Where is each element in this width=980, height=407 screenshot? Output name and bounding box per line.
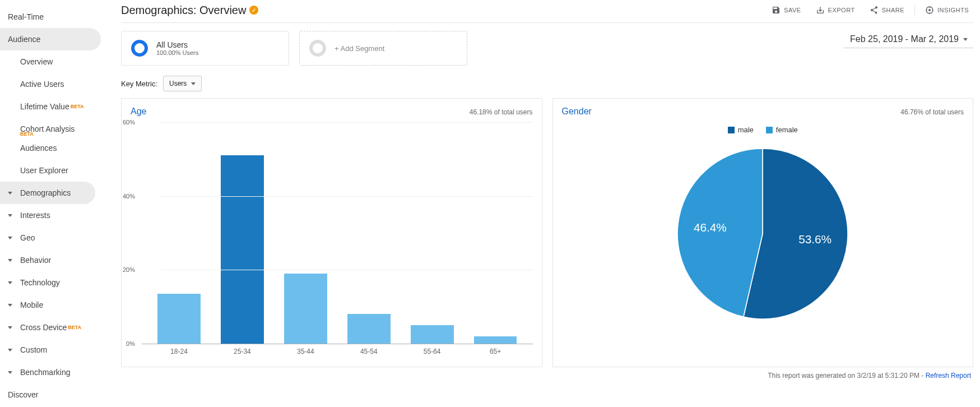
sidebar-item-audiences[interactable]: Audiences bbox=[0, 137, 112, 159]
bar-35-44[interactable] bbox=[284, 274, 327, 344]
y-tick-label: 20% bbox=[123, 266, 135, 273]
segment-all-users[interactable]: All Users 100.00% Users bbox=[121, 31, 289, 66]
caret-down-icon bbox=[8, 281, 12, 284]
sidebar-item-label: Custom bbox=[20, 345, 47, 354]
sidebar-item-cross-device[interactable]: Cross DeviceBETA bbox=[0, 316, 112, 339]
legend-female[interactable]: female bbox=[766, 126, 798, 134]
segment-donut-icon bbox=[131, 39, 148, 57]
sidebar-item-label: Technology bbox=[20, 278, 60, 287]
share-button[interactable]: SHARE bbox=[865, 3, 909, 17]
action-label: INSIGHTS bbox=[937, 7, 969, 13]
age-panel-subtitle: 46.18% of total users bbox=[470, 108, 533, 116]
segment-row: All Users 100.00% Users + Add Segment bbox=[121, 23, 467, 73]
sidebar-item-label: Demographics bbox=[20, 188, 71, 197]
sidebar-item-cohort-analysis[interactable]: Cohort Analysis bbox=[0, 118, 112, 135]
caret-down-icon bbox=[8, 237, 12, 239]
gender-pie-chart: 53.6%46.4% bbox=[673, 144, 852, 323]
refresh-report-link[interactable]: Refresh Report bbox=[926, 372, 971, 380]
sidebar-item-behavior[interactable]: Behavior bbox=[0, 249, 112, 271]
pie-label-male: 53.6% bbox=[798, 233, 832, 246]
add-segment-button[interactable]: + Add Segment bbox=[299, 31, 467, 66]
beta-badge: BETA bbox=[68, 325, 81, 330]
sidebar-item-interests[interactable]: Interests bbox=[0, 204, 112, 226]
svg-point-3 bbox=[311, 41, 324, 55]
insights-button[interactable]: INSIGHTS bbox=[921, 3, 973, 17]
sidebar-item-active-users[interactable]: Active Users bbox=[0, 73, 112, 95]
svg-point-2 bbox=[133, 41, 146, 55]
action-label: SHARE bbox=[882, 7, 904, 13]
age-panel-title[interactable]: Age bbox=[131, 107, 146, 117]
gender-panel-title[interactable]: Gender bbox=[562, 107, 592, 117]
legend-male[interactable]: male bbox=[728, 126, 754, 134]
date-range-label: Feb 25, 2019 - Mar 2, 2019 bbox=[850, 34, 959, 44]
segment-title: All Users bbox=[156, 40, 198, 49]
age-bar-chart: 0%20%40%60% 18-2425-3435-4445-5455-6465+ bbox=[131, 122, 533, 355]
caret-down-icon bbox=[8, 259, 12, 262]
caret-down-icon bbox=[8, 214, 12, 217]
legend-label: female bbox=[776, 126, 798, 134]
key-metric-row: Key Metric: Users bbox=[121, 73, 973, 98]
caret-down-icon bbox=[8, 371, 12, 374]
save-button[interactable]: SAVE bbox=[767, 3, 806, 17]
verified-icon bbox=[249, 6, 258, 15]
sidebar-item-lifetime-value[interactable]: Lifetime ValueBETA bbox=[0, 95, 112, 118]
date-range-selector[interactable]: Feb 25, 2019 - Mar 2, 2019 bbox=[843, 31, 973, 48]
caret-down-icon bbox=[8, 326, 12, 329]
sidebar-item-label: Interests bbox=[20, 211, 50, 220]
x-tick-label: 35-44 bbox=[274, 348, 337, 355]
y-tick-label: 60% bbox=[123, 119, 135, 126]
svg-point-1 bbox=[928, 9, 931, 11]
x-tick-label: 65+ bbox=[464, 348, 527, 355]
sidebar-item-discover[interactable]: Discover bbox=[0, 383, 112, 406]
key-metric-label: Key Metric: bbox=[121, 80, 157, 88]
sidebar-item-label: Lifetime Value bbox=[20, 102, 69, 111]
bar-18-24[interactable] bbox=[157, 294, 201, 344]
sidebar-item-benchmarking[interactable]: Benchmarking bbox=[0, 361, 112, 383]
gender-panel-subtitle: 46.76% of total users bbox=[900, 108, 964, 116]
insights-icon bbox=[925, 6, 934, 15]
x-tick-label: 55-64 bbox=[401, 348, 464, 355]
chevron-down-icon bbox=[191, 82, 196, 85]
chevron-down-icon bbox=[963, 38, 968, 41]
age-panel: Age 46.18% of total users 0%20%40%60% 18… bbox=[121, 98, 542, 367]
bar-65+[interactable] bbox=[474, 336, 517, 344]
caret-down-icon bbox=[8, 349, 12, 351]
sidebar-item-custom[interactable]: Custom bbox=[0, 339, 112, 361]
sidebar-item-geo[interactable]: Geo bbox=[0, 226, 112, 249]
sidebar-item-mobile[interactable]: Mobile bbox=[0, 294, 112, 316]
footer-text: This report was generated on 3/2/19 at 5… bbox=[768, 372, 926, 380]
legend-label: male bbox=[738, 126, 754, 134]
pie-label-female: 46.4% bbox=[694, 221, 727, 234]
bar-55-64[interactable] bbox=[411, 325, 454, 344]
sidebar: Real-Time Audience Overview Active Users… bbox=[0, 0, 112, 406]
gender-panel: Gender 46.76% of total users male female… bbox=[552, 98, 974, 367]
bar-45-54[interactable] bbox=[347, 314, 391, 344]
y-tick-label: 0% bbox=[126, 340, 135, 347]
sidebar-item-demographics[interactable]: Demographics bbox=[0, 182, 95, 204]
sidebar-item-label: Behavior bbox=[20, 256, 51, 265]
caret-down-icon bbox=[8, 304, 12, 307]
page-header: Demographics: Overview SAVE EXPORT SHARE bbox=[121, 0, 973, 23]
bar-25-34[interactable] bbox=[221, 155, 264, 344]
sidebar-item-audience[interactable]: Audience bbox=[0, 28, 101, 50]
export-button[interactable]: EXPORT bbox=[811, 3, 860, 17]
segment-subtitle: 100.00% Users bbox=[156, 49, 198, 56]
caret-down-icon bbox=[8, 192, 12, 195]
beta-badge: BETA bbox=[71, 104, 84, 109]
key-metric-select[interactable]: Users bbox=[163, 76, 202, 91]
add-segment-label: + Add Segment bbox=[335, 44, 384, 53]
x-tick-label: 18-24 bbox=[147, 348, 211, 355]
sidebar-item-label: Cross Device bbox=[20, 323, 67, 332]
key-metric-value: Users bbox=[169, 80, 187, 87]
sidebar-item-label: Geo bbox=[20, 233, 35, 242]
share-icon bbox=[870, 6, 879, 15]
page-title: Demographics: Overview bbox=[121, 4, 246, 17]
sidebar-item-technology[interactable]: Technology bbox=[0, 271, 112, 294]
export-icon bbox=[816, 6, 825, 15]
sidebar-item-real-time[interactable]: Real-Time bbox=[0, 6, 112, 28]
segment-donut-placeholder-icon bbox=[309, 39, 327, 57]
sidebar-item-user-explorer[interactable]: User Explorer bbox=[0, 159, 112, 182]
divider bbox=[914, 5, 915, 15]
sidebar-item-overview[interactable]: Overview bbox=[0, 50, 112, 73]
save-icon bbox=[772, 6, 781, 15]
